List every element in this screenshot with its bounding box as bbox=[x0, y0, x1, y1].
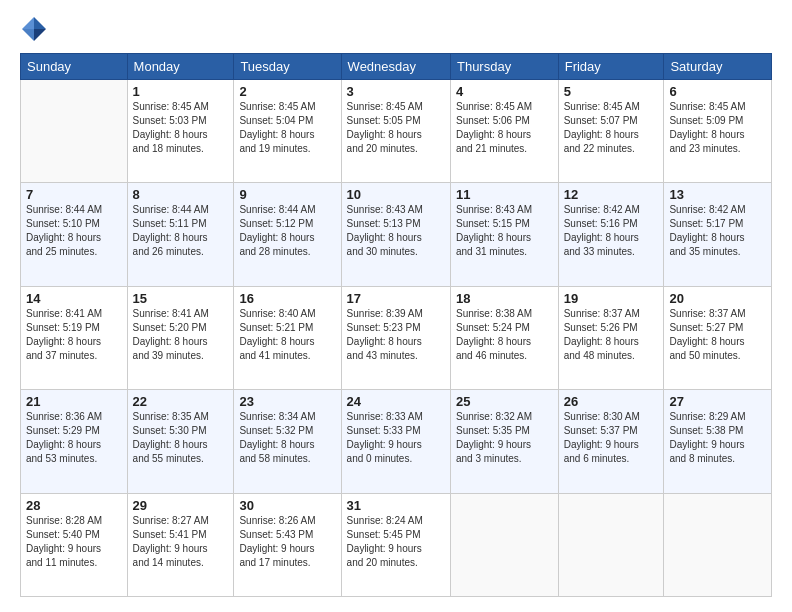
week-row-1: 7Sunrise: 8:44 AMSunset: 5:10 PMDaylight… bbox=[21, 183, 772, 286]
calendar-cell bbox=[558, 493, 664, 596]
week-row-2: 14Sunrise: 8:41 AMSunset: 5:19 PMDayligh… bbox=[21, 286, 772, 389]
calendar-cell bbox=[21, 80, 128, 183]
page: SundayMondayTuesdayWednesdayThursdayFrid… bbox=[0, 0, 792, 612]
day-info: Sunrise: 8:34 AMSunset: 5:32 PMDaylight:… bbox=[239, 410, 335, 466]
day-info: Sunrise: 8:44 AMSunset: 5:12 PMDaylight:… bbox=[239, 203, 335, 259]
calendar-cell: 15Sunrise: 8:41 AMSunset: 5:20 PMDayligh… bbox=[127, 286, 234, 389]
week-row-4: 28Sunrise: 8:28 AMSunset: 5:40 PMDayligh… bbox=[21, 493, 772, 596]
calendar-cell: 28Sunrise: 8:28 AMSunset: 5:40 PMDayligh… bbox=[21, 493, 128, 596]
day-info: Sunrise: 8:41 AMSunset: 5:20 PMDaylight:… bbox=[133, 307, 229, 363]
svg-marker-0 bbox=[34, 17, 46, 29]
day-number: 11 bbox=[456, 187, 553, 202]
week-row-0: 1Sunrise: 8:45 AMSunset: 5:03 PMDaylight… bbox=[21, 80, 772, 183]
calendar-cell: 27Sunrise: 8:29 AMSunset: 5:38 PMDayligh… bbox=[664, 390, 772, 493]
day-number: 22 bbox=[133, 394, 229, 409]
calendar-table: SundayMondayTuesdayWednesdayThursdayFrid… bbox=[20, 53, 772, 597]
day-number: 29 bbox=[133, 498, 229, 513]
svg-marker-2 bbox=[22, 17, 34, 29]
day-info: Sunrise: 8:43 AMSunset: 5:13 PMDaylight:… bbox=[347, 203, 445, 259]
day-info: Sunrise: 8:37 AMSunset: 5:27 PMDaylight:… bbox=[669, 307, 766, 363]
calendar-cell: 7Sunrise: 8:44 AMSunset: 5:10 PMDaylight… bbox=[21, 183, 128, 286]
logo bbox=[20, 15, 52, 43]
day-info: Sunrise: 8:45 AMSunset: 5:04 PMDaylight:… bbox=[239, 100, 335, 156]
calendar-cell: 22Sunrise: 8:35 AMSunset: 5:30 PMDayligh… bbox=[127, 390, 234, 493]
day-number: 1 bbox=[133, 84, 229, 99]
day-number: 4 bbox=[456, 84, 553, 99]
logo-icon bbox=[20, 15, 48, 43]
day-info: Sunrise: 8:45 AMSunset: 5:05 PMDaylight:… bbox=[347, 100, 445, 156]
calendar-cell: 30Sunrise: 8:26 AMSunset: 5:43 PMDayligh… bbox=[234, 493, 341, 596]
calendar-cell: 31Sunrise: 8:24 AMSunset: 5:45 PMDayligh… bbox=[341, 493, 450, 596]
day-number: 27 bbox=[669, 394, 766, 409]
day-info: Sunrise: 8:37 AMSunset: 5:26 PMDaylight:… bbox=[564, 307, 659, 363]
day-info: Sunrise: 8:40 AMSunset: 5:21 PMDaylight:… bbox=[239, 307, 335, 363]
weekday-tuesday: Tuesday bbox=[234, 54, 341, 80]
calendar-cell bbox=[664, 493, 772, 596]
weekday-thursday: Thursday bbox=[450, 54, 558, 80]
weekday-saturday: Saturday bbox=[664, 54, 772, 80]
calendar-cell: 17Sunrise: 8:39 AMSunset: 5:23 PMDayligh… bbox=[341, 286, 450, 389]
calendar-cell: 10Sunrise: 8:43 AMSunset: 5:13 PMDayligh… bbox=[341, 183, 450, 286]
calendar-cell: 13Sunrise: 8:42 AMSunset: 5:17 PMDayligh… bbox=[664, 183, 772, 286]
calendar-cell: 5Sunrise: 8:45 AMSunset: 5:07 PMDaylight… bbox=[558, 80, 664, 183]
calendar-cell: 21Sunrise: 8:36 AMSunset: 5:29 PMDayligh… bbox=[21, 390, 128, 493]
day-info: Sunrise: 8:27 AMSunset: 5:41 PMDaylight:… bbox=[133, 514, 229, 570]
day-number: 19 bbox=[564, 291, 659, 306]
day-number: 30 bbox=[239, 498, 335, 513]
week-row-3: 21Sunrise: 8:36 AMSunset: 5:29 PMDayligh… bbox=[21, 390, 772, 493]
day-info: Sunrise: 8:35 AMSunset: 5:30 PMDaylight:… bbox=[133, 410, 229, 466]
calendar-cell: 23Sunrise: 8:34 AMSunset: 5:32 PMDayligh… bbox=[234, 390, 341, 493]
day-info: Sunrise: 8:43 AMSunset: 5:15 PMDaylight:… bbox=[456, 203, 553, 259]
calendar-cell: 2Sunrise: 8:45 AMSunset: 5:04 PMDaylight… bbox=[234, 80, 341, 183]
svg-marker-1 bbox=[34, 29, 46, 41]
calendar-cell: 20Sunrise: 8:37 AMSunset: 5:27 PMDayligh… bbox=[664, 286, 772, 389]
day-number: 14 bbox=[26, 291, 122, 306]
day-number: 5 bbox=[564, 84, 659, 99]
day-info: Sunrise: 8:44 AMSunset: 5:11 PMDaylight:… bbox=[133, 203, 229, 259]
weekday-friday: Friday bbox=[558, 54, 664, 80]
day-number: 6 bbox=[669, 84, 766, 99]
calendar-cell: 1Sunrise: 8:45 AMSunset: 5:03 PMDaylight… bbox=[127, 80, 234, 183]
weekday-header-row: SundayMondayTuesdayWednesdayThursdayFrid… bbox=[21, 54, 772, 80]
day-info: Sunrise: 8:45 AMSunset: 5:06 PMDaylight:… bbox=[456, 100, 553, 156]
calendar-cell: 12Sunrise: 8:42 AMSunset: 5:16 PMDayligh… bbox=[558, 183, 664, 286]
day-info: Sunrise: 8:45 AMSunset: 5:09 PMDaylight:… bbox=[669, 100, 766, 156]
weekday-wednesday: Wednesday bbox=[341, 54, 450, 80]
day-info: Sunrise: 8:42 AMSunset: 5:17 PMDaylight:… bbox=[669, 203, 766, 259]
weekday-sunday: Sunday bbox=[21, 54, 128, 80]
calendar-cell: 24Sunrise: 8:33 AMSunset: 5:33 PMDayligh… bbox=[341, 390, 450, 493]
calendar-cell: 18Sunrise: 8:38 AMSunset: 5:24 PMDayligh… bbox=[450, 286, 558, 389]
calendar-cell: 9Sunrise: 8:44 AMSunset: 5:12 PMDaylight… bbox=[234, 183, 341, 286]
calendar-cell bbox=[450, 493, 558, 596]
day-info: Sunrise: 8:42 AMSunset: 5:16 PMDaylight:… bbox=[564, 203, 659, 259]
day-info: Sunrise: 8:30 AMSunset: 5:37 PMDaylight:… bbox=[564, 410, 659, 466]
day-number: 7 bbox=[26, 187, 122, 202]
calendar-cell: 8Sunrise: 8:44 AMSunset: 5:11 PMDaylight… bbox=[127, 183, 234, 286]
calendar-cell: 6Sunrise: 8:45 AMSunset: 5:09 PMDaylight… bbox=[664, 80, 772, 183]
day-info: Sunrise: 8:39 AMSunset: 5:23 PMDaylight:… bbox=[347, 307, 445, 363]
calendar-cell: 25Sunrise: 8:32 AMSunset: 5:35 PMDayligh… bbox=[450, 390, 558, 493]
weekday-monday: Monday bbox=[127, 54, 234, 80]
day-number: 10 bbox=[347, 187, 445, 202]
day-info: Sunrise: 8:36 AMSunset: 5:29 PMDaylight:… bbox=[26, 410, 122, 466]
day-info: Sunrise: 8:26 AMSunset: 5:43 PMDaylight:… bbox=[239, 514, 335, 570]
day-info: Sunrise: 8:45 AMSunset: 5:03 PMDaylight:… bbox=[133, 100, 229, 156]
day-number: 8 bbox=[133, 187, 229, 202]
day-number: 2 bbox=[239, 84, 335, 99]
day-number: 17 bbox=[347, 291, 445, 306]
day-info: Sunrise: 8:41 AMSunset: 5:19 PMDaylight:… bbox=[26, 307, 122, 363]
day-info: Sunrise: 8:32 AMSunset: 5:35 PMDaylight:… bbox=[456, 410, 553, 466]
calendar-cell: 26Sunrise: 8:30 AMSunset: 5:37 PMDayligh… bbox=[558, 390, 664, 493]
day-number: 26 bbox=[564, 394, 659, 409]
day-number: 28 bbox=[26, 498, 122, 513]
day-number: 23 bbox=[239, 394, 335, 409]
day-number: 3 bbox=[347, 84, 445, 99]
day-number: 25 bbox=[456, 394, 553, 409]
day-number: 13 bbox=[669, 187, 766, 202]
calendar-cell: 14Sunrise: 8:41 AMSunset: 5:19 PMDayligh… bbox=[21, 286, 128, 389]
calendar-cell: 19Sunrise: 8:37 AMSunset: 5:26 PMDayligh… bbox=[558, 286, 664, 389]
day-info: Sunrise: 8:33 AMSunset: 5:33 PMDaylight:… bbox=[347, 410, 445, 466]
header bbox=[20, 15, 772, 43]
day-number: 16 bbox=[239, 291, 335, 306]
day-number: 20 bbox=[669, 291, 766, 306]
